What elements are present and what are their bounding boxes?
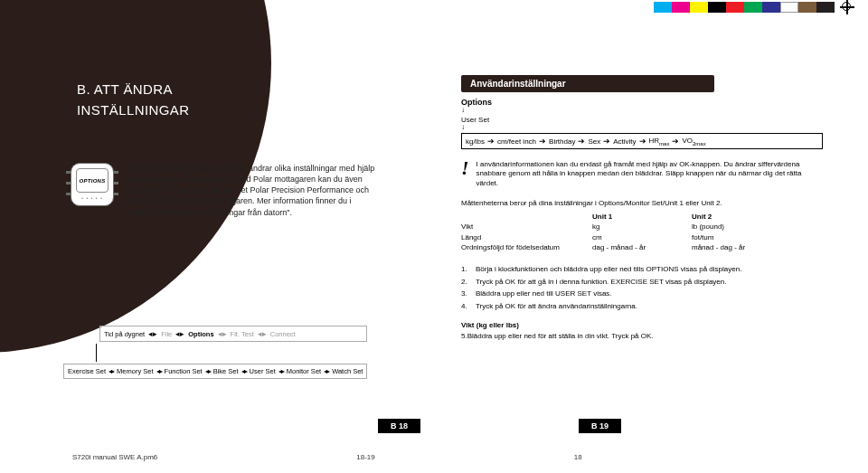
user-set-label: User Set xyxy=(461,116,823,124)
section-title: B. ATT ÄNDRA INSTÄLLNINGAR xyxy=(77,80,189,120)
print-registration-right xyxy=(654,0,854,14)
navigation-diagram: Tid på dygnet◂▸ File◂▸ Options◂▸ Fit. Te… xyxy=(63,326,367,379)
exclamation-icon: ! xyxy=(461,160,469,189)
watch-icon: OPTIONS • • • • • xyxy=(71,163,114,206)
arrow-down-icon: ↓ xyxy=(461,124,823,131)
intro-block: OPTIONS • • • • • I det här avsnittet be… xyxy=(71,163,378,218)
footer-pages: 18-19 xyxy=(356,453,374,461)
options-label: Options xyxy=(461,98,823,107)
cmyk-color-bars xyxy=(654,2,835,13)
units-table: Unit 1 Unit 2 Vikt kg lb (pound) Längd c… xyxy=(461,212,823,253)
units-block: Måttenheterna beror på dina inställninga… xyxy=(461,198,823,253)
nav-connector-line xyxy=(96,344,367,362)
print-footer: S720i manual SWE A.pm6 18-19 18 xyxy=(72,453,582,461)
info-note: ! I användarinformationen kan du endast … xyxy=(461,160,823,189)
units-intro: Måttenheterna beror på dina inställninga… xyxy=(461,198,823,209)
right-column: Användarinställningar Options ↓ User Set… xyxy=(461,75,823,342)
registration-mark-icon xyxy=(840,0,854,14)
arrow-down-icon: ↓ xyxy=(461,107,823,114)
settings-flow: kg/lbs➔ cm/feet inch➔ Birthday➔ Sex➔ Act… xyxy=(461,133,823,149)
user-settings-header: Användarinställningar xyxy=(461,75,714,92)
title-line-1: B. ATT ÄNDRA xyxy=(77,80,189,100)
numbered-steps: 1.Börja i klockfunktionen och bläddra up… xyxy=(461,264,823,311)
title-line-2: INSTÄLLNINGAR xyxy=(77,100,189,121)
vikt-section: Vikt (kg eller lbs) 5.Bläddra upp eller … xyxy=(461,320,823,341)
watch-display-text: OPTIONS xyxy=(76,168,108,193)
page-number-right: B 19 xyxy=(579,419,621,433)
footer-filename: S720i manual SWE A.pm6 xyxy=(72,453,157,461)
intro-paragraph: I det här avsnittet beskrivs hur du ändr… xyxy=(127,163,378,218)
info-note-text: I användarinformationen kan du endast gå… xyxy=(476,160,823,189)
nav-row-bottom: Exercise Set◂▸ Memory Set◂▸ Function Set… xyxy=(63,364,367,379)
footer-signature: 18 xyxy=(574,453,582,461)
page-number-left: B 18 xyxy=(378,419,420,433)
nav-row-top: Tid på dygnet◂▸ File◂▸ Options◂▸ Fit. Te… xyxy=(99,326,367,342)
